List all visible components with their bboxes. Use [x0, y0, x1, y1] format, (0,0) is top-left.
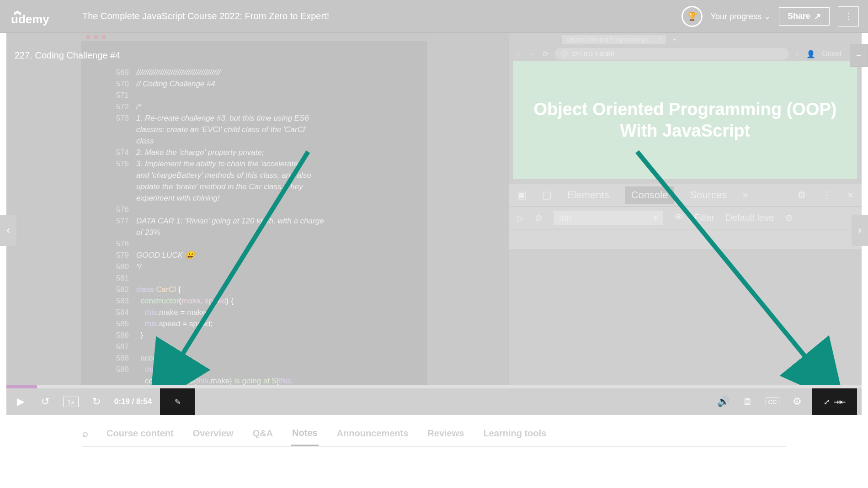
play-icon[interactable]: ▷	[517, 212, 524, 223]
gear-icon[interactable]: ⚙	[797, 189, 806, 201]
progress-ring-icon[interactable]: 🏆	[682, 6, 703, 27]
share-icon: ↗	[814, 11, 821, 21]
more-tabs-icon[interactable]: »	[742, 189, 748, 201]
devtools-panel: ▣ ▢ Elements Console Sources » ⚙ ⋮ × ▷ ⊘…	[509, 184, 862, 249]
settings-button[interactable]: ⚙	[790, 396, 804, 408]
forward-button[interactable]: ↻	[90, 396, 103, 408]
video-controls: ▶ ↺ 1x ↻ 0:19 / 8:54 ✎ 🔊 🗎 CC ⚙ ⤢ ⇥⇤	[6, 388, 862, 415]
course-title: The Complete JavaScript Course 2022: Fro…	[82, 11, 682, 21]
video-area: 227. Coding Challenge #4 ⌕ ⎇ ✧ ▣ 5695705…	[6, 33, 862, 387]
theater-icon: ⇥⇤	[834, 398, 846, 406]
transcript-button[interactable]: 🗎	[741, 396, 755, 408]
chevron-down-icon: ▾	[653, 212, 658, 223]
note-icon: ✎	[175, 398, 181, 406]
levels-dropdown[interactable]: Default leve	[725, 212, 774, 223]
close-icon[interactable]: ×	[847, 189, 853, 201]
content-tabs: ⌕ Course content Overview Q&A Notes Anno…	[82, 420, 786, 447]
gear-icon[interactable]: ⚙	[785, 212, 793, 223]
device-icon[interactable]: ▢	[542, 189, 552, 201]
line-numbers: 5695705715725735745755765775785795805815…	[111, 67, 129, 375]
expand-icon: ⤢	[824, 398, 830, 406]
reload-icon[interactable]: ⟳	[543, 50, 548, 58]
chevron-down-icon: ⌄	[764, 12, 771, 21]
page-heading: Object Oriented Programming (OOP) With J…	[534, 99, 837, 142]
your-progress-dropdown[interactable]: Your progress ⌄	[711, 11, 771, 21]
window-traffic-lights	[81, 33, 427, 41]
share-button[interactable]: Share↗	[779, 7, 830, 26]
udemy-logo[interactable]: udemy	[9, 7, 64, 26]
tab-overview[interactable]: Overview	[192, 422, 234, 445]
eye-icon[interactable]: 👁	[674, 212, 683, 223]
tab-notes[interactable]: Notes	[291, 421, 319, 446]
clear-icon[interactable]: ⊘	[535, 212, 543, 223]
browser-pane: Object Oriented Programming (… × + ← → ⟳…	[509, 33, 862, 387]
kebab-icon[interactable]: ⋮	[822, 189, 832, 201]
search-icon[interactable]: ⌕	[795, 50, 800, 58]
forward-icon[interactable]: →	[529, 50, 536, 58]
video-progress-bar[interactable]	[6, 385, 862, 388]
tab-reviews[interactable]: Reviews	[426, 422, 465, 445]
kebab-icon: ⋮	[844, 11, 852, 21]
play-button[interactable]: ▶	[14, 396, 27, 408]
lesson-title: 227. Coding Challenge #4	[15, 50, 120, 61]
browser-tab-strip: Object Oriented Programming (… × +	[509, 33, 862, 46]
video-progress-fill	[6, 385, 37, 388]
time-display: 0:19 / 8:54	[114, 397, 152, 406]
app-header: udemy The Complete JavaScript Course 202…	[0, 0, 868, 33]
browser-tab[interactable]: Object Oriented Programming (… ×	[562, 35, 666, 44]
tab-learning-tools[interactable]: Learning tools	[482, 422, 547, 445]
tab-qa[interactable]: Q&A	[252, 422, 274, 445]
back-icon[interactable]: ←	[515, 50, 522, 58]
sidebar-toggle-button[interactable]: ←	[850, 44, 868, 67]
captions-button[interactable]: CC	[766, 398, 779, 406]
inspect-icon[interactable]: ▣	[517, 189, 527, 201]
add-note-button[interactable]: ✎	[160, 388, 195, 415]
playback-speed-button[interactable]: 1x	[63, 397, 79, 407]
rendered-page: Object Oriented Programming (OOP) With J…	[513, 61, 857, 179]
rewind-button[interactable]: ↺	[38, 396, 52, 408]
devtools-tab-console[interactable]: Console	[625, 186, 675, 204]
guest-label: Guest	[822, 50, 841, 58]
fullscreen-button[interactable]: ⤢ ⇥⇤	[812, 388, 857, 415]
code-content: /////////////////////////////////////// …	[136, 67, 324, 387]
previous-lecture-button[interactable]: ‹	[0, 215, 16, 246]
next-lecture-button[interactable]: ›	[852, 215, 868, 246]
filter-input[interactable]: Filter	[694, 212, 714, 223]
context-selector[interactable]: top▾	[554, 211, 663, 225]
more-menu-button[interactable]: ⋮	[838, 6, 859, 27]
console-prompt[interactable]: ›	[509, 229, 862, 249]
info-icon: ⓘ	[561, 50, 568, 58]
devtools-tab-elements[interactable]: Elements	[567, 189, 609, 201]
trophy-icon: 🏆	[687, 11, 697, 21]
new-tab-icon[interactable]: +	[672, 36, 676, 43]
tab-course-content[interactable]: Course content	[106, 422, 175, 445]
address-bar[interactable]: ⓘ127.0.0.1:8080	[555, 48, 789, 60]
browser-toolbar: ← → ⟳ ⓘ127.0.0.1:8080 ⌕ 👤 Guest ⋮	[509, 46, 862, 62]
devtools-tab-sources[interactable]: Sources	[690, 189, 727, 201]
svg-text:udemy: udemy	[11, 12, 49, 26]
guest-avatar-icon[interactable]: 👤	[806, 50, 815, 58]
tab-announcements[interactable]: Announcements	[336, 422, 410, 445]
volume-button[interactable]: 🔊	[716, 396, 730, 408]
search-icon[interactable]: ⌕	[82, 428, 88, 440]
code-editor: 5695705715725735745755765775785795805815…	[81, 33, 427, 387]
